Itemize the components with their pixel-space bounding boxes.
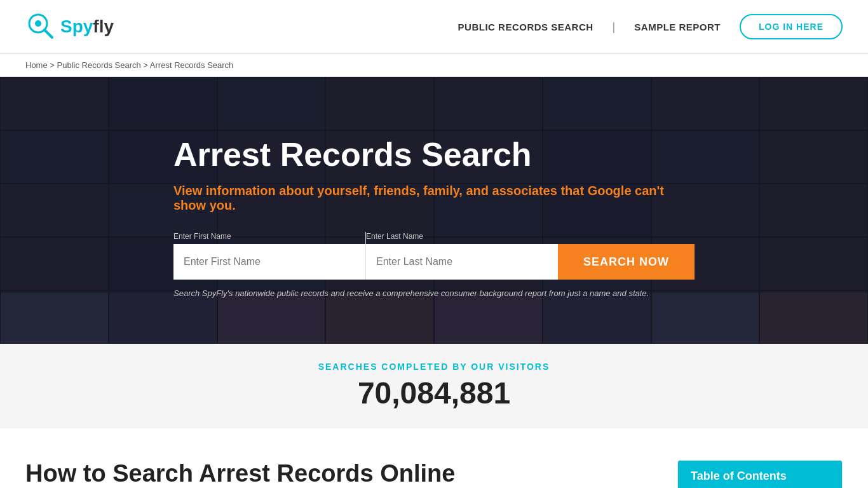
toc-header: Table of Contents — [678, 461, 842, 488]
toc-box: Table of Contents What is included in an… — [677, 460, 843, 488]
breadcrumb: Home > Public Records Search > Arrest Re… — [0, 54, 868, 77]
stats-bar: SEARCHES COMPLETED BY OUR VISITORS 70,08… — [0, 344, 868, 428]
last-name-input[interactable] — [366, 244, 558, 280]
hero-content: Arrest Records Search View information a… — [148, 110, 720, 311]
hero-subtitle: View information about yourself, friends… — [173, 184, 695, 213]
hero-disclaimer: Search SpyFly's nationwide public record… — [173, 288, 695, 298]
first-name-input[interactable] — [173, 244, 365, 280]
logo[interactable]: Spyfly — [25, 11, 114, 43]
logo-text: Spyfly — [60, 17, 114, 37]
header: Spyfly PUBLIC RECORDS SEARCH | SAMPLE RE… — [0, 0, 868, 54]
nav: PUBLIC RECORDS SEARCH | SAMPLE REPORT LO… — [458, 14, 843, 39]
breadcrumb-sep1: > — [48, 60, 57, 70]
breadcrumb-home[interactable]: Home — [25, 60, 48, 70]
content-section: How to Search Arrest Records Online SpyF… — [0, 428, 868, 488]
first-name-label: Enter First Name — [173, 232, 365, 241]
nav-divider: | — [613, 20, 616, 34]
svg-line-2 — [44, 30, 52, 37]
toc-sidebar: Table of Contents What is included in an… — [677, 460, 843, 488]
search-button[interactable]: SEARCH NOW — [558, 244, 695, 280]
spyfly-logo-icon — [25, 11, 57, 43]
last-name-label: Enter Last Name — [366, 232, 558, 241]
hero-title: Arrest Records Search — [173, 135, 695, 173]
breadcrumb-current: Arrest Records Search — [150, 60, 234, 70]
svg-point-1 — [35, 20, 41, 27]
stats-label: SEARCHES COMPLETED BY OUR VISITORS — [13, 362, 855, 372]
content-title: How to Search Arrest Records Online — [25, 460, 652, 487]
nav-public-records[interactable]: PUBLIC RECORDS SEARCH — [458, 22, 593, 32]
breadcrumb-sep2: > — [141, 60, 150, 70]
first-name-group: Enter First Name — [173, 232, 365, 280]
stats-number: 70,084,881 — [13, 376, 855, 410]
nav-sample-report[interactable]: SAMPLE REPORT — [634, 22, 721, 32]
hero-section: Arrest Records Search View information a… — [0, 77, 868, 344]
last-name-group: Enter Last Name — [365, 232, 558, 280]
search-form: Enter First Name Enter Last Name SEARCH … — [173, 232, 695, 280]
breadcrumb-public-records[interactable]: Public Records Search — [57, 60, 141, 70]
content-main: How to Search Arrest Records Online SpyF… — [25, 460, 652, 488]
login-button[interactable]: LOG IN HERE — [740, 14, 843, 39]
